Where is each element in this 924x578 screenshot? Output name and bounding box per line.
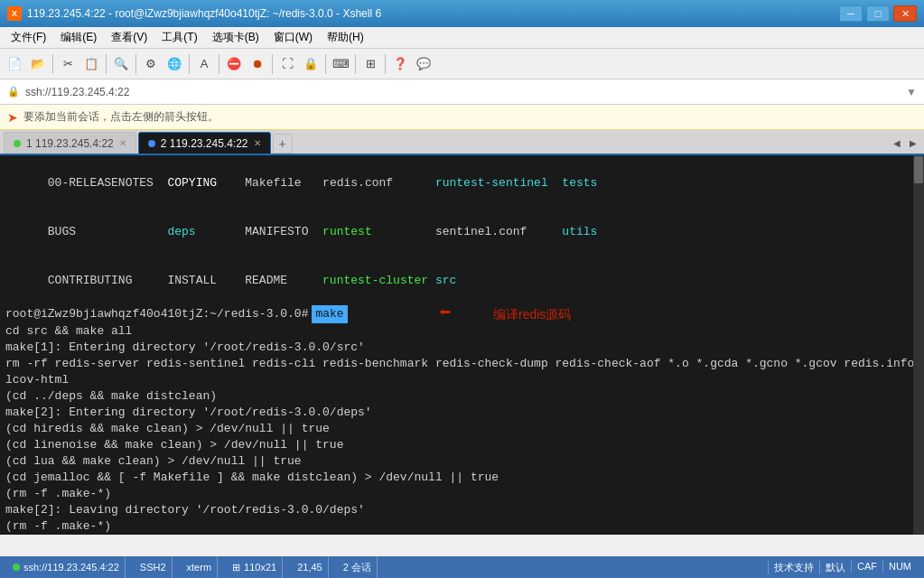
record-button[interactable]: ⏺ xyxy=(247,53,268,75)
tab-1-indicator xyxy=(14,140,21,147)
out-line-8: (cd lua && make clean) > /dev/null || tr… xyxy=(5,453,919,470)
status-default-text: 默认 xyxy=(826,561,845,574)
title-bar: X 119.23.245.4:22 - root@iZwz9bjiawhqzf4… xyxy=(0,0,924,27)
sep1 xyxy=(52,54,53,74)
status-default: 默认 xyxy=(819,561,851,574)
status-position: 21,45 xyxy=(292,556,329,578)
menu-tools[interactable]: 工具(T) xyxy=(154,28,204,47)
tab-2[interactable]: 2 119.23.245.4:22 ✕ xyxy=(138,132,271,154)
out-line-5: make[2]: Entering directory '/root/redis… xyxy=(5,405,919,421)
terminal-line-1: 00-RELEASENOTES COPYING Makefile redis.c… xyxy=(5,159,919,208)
help-button[interactable]: ❓ xyxy=(389,53,411,75)
lock-icon: 🔒 xyxy=(7,86,20,98)
arrow-indicator: ⬅ xyxy=(439,304,451,324)
status-sessions-text: 2 会话 xyxy=(343,561,371,574)
status-num: NUM xyxy=(882,561,917,572)
lock-button[interactable]: 🔒 xyxy=(300,53,322,75)
sep5 xyxy=(219,54,219,74)
font-button[interactable]: A xyxy=(193,53,215,75)
menu-edit[interactable]: 编辑(E) xyxy=(53,28,104,47)
out-line-4: (cd ../deps && make distclean) xyxy=(5,388,919,405)
out-line-12: (rm -f .make-*) xyxy=(5,518,919,535)
status-size-text: 110x21 xyxy=(244,562,276,573)
status-bar: ssh://119.23.245.4:22 SSH2 xterm ⊞ 110x2… xyxy=(0,556,924,578)
keyboard-button[interactable]: ⌨ xyxy=(330,53,351,75)
info-bar: ➤ 要添加当前会话，点击左侧的箭头按钮。 xyxy=(0,105,924,130)
status-support-text: 技术支持 xyxy=(774,561,814,574)
settings-button[interactable]: ⚙ xyxy=(140,53,162,75)
annotation-text: 编译redis源码 xyxy=(493,305,571,323)
status-num-text: NUM xyxy=(889,561,911,572)
toolbar: 📄 📂 ✂ 📋 🔍 ⚙ 🌐 A ⛔ ⏺ ⛶ 🔒 ⌨ ⊞ ❓ 💬 xyxy=(0,49,924,79)
terminal-line-2: BUGS deps MANIFESTO runtest sentinel.con… xyxy=(5,208,919,256)
tab-2-indicator xyxy=(148,140,155,147)
status-caf-text: CAF xyxy=(857,561,877,572)
comment-button[interactable]: 💬 xyxy=(413,53,434,75)
stop-button[interactable]: ⛔ xyxy=(223,53,245,75)
sep8 xyxy=(355,54,356,74)
menu-file[interactable]: 文件(F) xyxy=(4,28,53,47)
status-size: ⊞ 110x21 xyxy=(227,556,283,578)
address-dropdown[interactable]: ▼ xyxy=(906,86,917,98)
scrollbar[interactable] xyxy=(913,155,924,535)
status-ssh: SSH2 xyxy=(135,556,173,578)
status-xterm: xterm xyxy=(182,556,219,578)
menu-window[interactable]: 窗口(W) xyxy=(266,28,320,47)
command-text: make xyxy=(312,305,347,323)
tab-2-close[interactable]: ✕ xyxy=(254,138,261,148)
terminal-area[interactable]: 00-RELEASENOTES COPYING Makefile redis.c… xyxy=(0,155,924,535)
menu-help[interactable]: 帮助(H) xyxy=(320,28,371,47)
address-input[interactable] xyxy=(25,86,902,98)
zoom-button[interactable]: 🔍 xyxy=(110,53,132,75)
tab-1-close[interactable]: ✕ xyxy=(119,138,126,148)
close-button[interactable]: ✕ xyxy=(893,5,917,22)
sep4 xyxy=(189,54,190,74)
menu-view[interactable]: 查看(V) xyxy=(104,28,154,47)
window-title: 119.23.245.4:22 - root@iZwz9bjiawhqzf40o… xyxy=(27,7,839,20)
app-icon: X xyxy=(7,6,22,21)
open-button[interactable]: 📂 xyxy=(27,53,49,75)
out-line-10: (rm -f .make-*) xyxy=(5,486,919,502)
out-line-1: cd src && make all xyxy=(5,323,919,340)
status-caf: CAF xyxy=(851,561,882,572)
info-text: 要添加当前会话，点击左侧的箭头按钮。 xyxy=(23,109,219,125)
new-button[interactable]: 📄 xyxy=(4,53,25,75)
out-line-7: (cd linenoise && make clean) > /dev/null… xyxy=(5,437,919,453)
info-arrow-icon: ➤ xyxy=(7,110,18,125)
sep6 xyxy=(272,54,273,74)
tab-next-button[interactable]: ▶ xyxy=(906,132,920,154)
out-line-11: make[2]: Leaving directory '/root/redis-… xyxy=(5,502,919,518)
scroll-thumb[interactable] xyxy=(914,156,923,183)
menu-tabs[interactable]: 选项卡(B) xyxy=(205,28,266,47)
minimize-button[interactable]: ─ xyxy=(839,5,863,22)
globe-button[interactable]: 🌐 xyxy=(163,53,185,75)
maximize-button[interactable]: □ xyxy=(866,5,890,22)
prompt-text: root@iZwz9bjiawhqzf40o410tjZ:~/redis-3.0… xyxy=(5,305,308,323)
expand-button[interactable]: ⛶ xyxy=(276,53,298,75)
sep7 xyxy=(325,54,326,74)
status-xterm-text: xterm xyxy=(187,562,212,573)
terminal-line-3: CONTRIBUTING INSTALL README runtest-clus… xyxy=(5,256,919,305)
status-sessions: 2 会话 xyxy=(338,556,378,578)
cut-button[interactable]: ✂ xyxy=(57,53,79,75)
status-position-text: 21,45 xyxy=(297,562,322,573)
copy-button[interactable]: 📋 xyxy=(80,53,102,75)
tab-2-label: 2 119.23.245.4:22 xyxy=(161,137,248,150)
status-address: ssh://119.23.245.4:22 xyxy=(7,556,126,578)
status-size-icon: ⊞ xyxy=(232,562,240,573)
sep3 xyxy=(135,54,136,74)
terminal-content[interactable]: 00-RELEASENOTES COPYING Makefile redis.c… xyxy=(0,155,924,535)
sep2 xyxy=(106,54,107,74)
status-dot xyxy=(13,564,20,571)
tab-1[interactable]: 1 119.23.245.4:22 ✕ xyxy=(4,132,136,154)
address-bar: 🔒 ▼ xyxy=(0,79,924,105)
status-ssh-text: SSH2 xyxy=(140,562,166,573)
tab-prev-button[interactable]: ◀ xyxy=(890,132,904,154)
out-line-3: rm -rf redis-server redis-sentinel redis… xyxy=(5,356,919,388)
split-button[interactable]: ⊞ xyxy=(359,53,381,75)
out-line-6: (cd hiredis && make clean) > /dev/null |… xyxy=(5,421,919,437)
menu-bar: 文件(F) 编辑(E) 查看(V) 工具(T) 选项卡(B) 窗口(W) 帮助(… xyxy=(0,27,924,49)
sep9 xyxy=(385,54,386,74)
tab-add-button[interactable]: + xyxy=(273,134,293,154)
tab-nav: ◀ ▶ xyxy=(890,132,920,154)
